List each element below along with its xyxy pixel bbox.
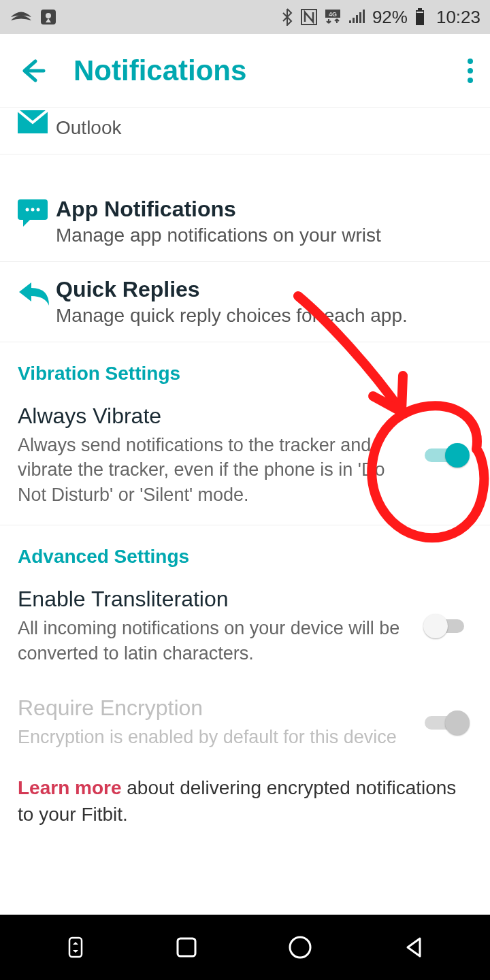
- nfc-icon: [300, 8, 318, 26]
- content-scroll[interactable]: Emails Outlook App Notifications Manage …: [0, 108, 490, 915]
- item-subtitle: Manage quick reply choices for each app.: [56, 305, 472, 327]
- toggle-always-vibrate[interactable]: [422, 442, 472, 469]
- toggle-require-encryption: [422, 709, 472, 736]
- list-item-app-notifications[interactable]: App Notifications Manage app notificatio…: [0, 182, 490, 262]
- nav-back-button[interactable]: [402, 936, 425, 959]
- learn-more-link[interactable]: Learn more: [18, 777, 122, 798]
- battery-icon: [414, 8, 425, 26]
- signal-icon: [348, 10, 365, 24]
- location-icon: [39, 8, 57, 26]
- svg-point-1: [46, 13, 51, 18]
- email-icon: [18, 110, 56, 133]
- more-menu-button[interactable]: [467, 58, 474, 84]
- svg-point-15: [37, 208, 40, 212]
- app-bar: Notifications: [0, 34, 490, 108]
- nav-home-button[interactable]: [287, 934, 313, 960]
- item-subtitle: Outlook: [56, 117, 472, 139]
- svg-rect-7: [416, 12, 423, 13]
- svg-point-14: [31, 208, 35, 212]
- setting-title: Always Vibrate: [18, 404, 408, 429]
- section-header-advanced: Advanced Settings: [0, 525, 490, 574]
- svg-point-18: [290, 937, 310, 958]
- list-item-quick-replies[interactable]: Quick Replies Manage quick reply choices…: [0, 262, 490, 342]
- setting-desc: Encryption is enabled by default for thi…: [18, 725, 408, 749]
- svg-point-8: [468, 59, 473, 64]
- svg-point-13: [26, 208, 29, 212]
- toggle-transliteration[interactable]: [422, 612, 472, 640]
- setting-transliteration[interactable]: Enable Transliteration All incoming noti…: [0, 574, 490, 683]
- battery-percent: 92%: [372, 7, 408, 28]
- svg-point-9: [468, 68, 473, 74]
- section-header-vibration: Vibration Settings: [0, 342, 490, 391]
- setting-desc: All incoming notifications on your devic…: [18, 616, 408, 666]
- clock-time: 10:23: [436, 7, 480, 28]
- item-subtitle: Manage app notifications on your wrist: [56, 225, 472, 246]
- back-button[interactable]: [16, 56, 46, 86]
- carrier-icon: [10, 10, 33, 24]
- svg-point-10: [468, 78, 473, 83]
- system-nav-bar: [0, 915, 490, 980]
- page-title: Notifications: [74, 54, 467, 87]
- reply-icon: [18, 280, 56, 307]
- setting-title: Require Encryption: [18, 696, 408, 721]
- svg-rect-16: [69, 938, 82, 957]
- setting-require-encryption: Require Encryption Encryption is enabled…: [0, 683, 490, 767]
- setting-desc: Always send notifications to the tracker…: [18, 433, 408, 507]
- svg-text:4G: 4G: [329, 11, 337, 18]
- svg-rect-5: [418, 8, 422, 10]
- bluetooth-icon: [281, 8, 293, 26]
- nav-recents-button[interactable]: [175, 936, 198, 959]
- list-item-emails[interactable]: Emails Outlook: [0, 108, 490, 154]
- chat-icon: [18, 199, 56, 227]
- item-title: Quick Replies: [56, 277, 472, 302]
- status-bar: 4G 92% 10:23: [0, 0, 490, 34]
- learn-more-text: Learn more about delivering encrypted no…: [0, 768, 490, 848]
- item-title: App Notifications: [56, 197, 472, 222]
- setting-title: Enable Transliteration: [18, 587, 408, 612]
- nav-expand-icon[interactable]: [65, 935, 86, 960]
- setting-always-vibrate[interactable]: Always Vibrate Always send notifications…: [0, 391, 490, 525]
- data-4g-icon: 4G: [325, 9, 341, 25]
- svg-rect-17: [178, 938, 195, 956]
